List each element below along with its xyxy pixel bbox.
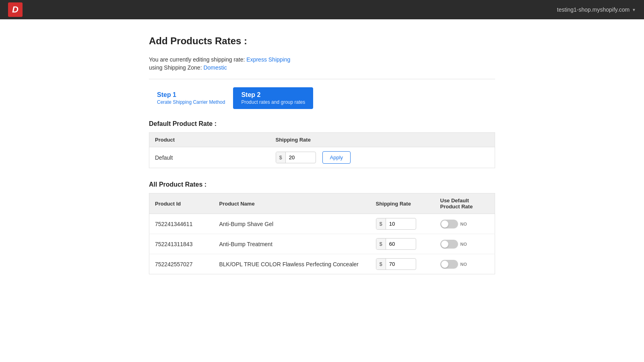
- step-1-tab[interactable]: Step 1 Cerate Shipping Carrier Method: [149, 87, 233, 109]
- product-rate-cell: $: [370, 214, 435, 234]
- col-product-id: Product Id: [149, 193, 214, 214]
- step-1-sub: Cerate Shipping Carrier Method: [157, 99, 225, 105]
- top-nav: D testing1-shop.myshopify.com ▼: [0, 0, 644, 19]
- default-col-product: Product: [149, 133, 270, 147]
- product-rate-input-wrap: $: [376, 218, 416, 230]
- use-default-cell: NO: [435, 234, 495, 254]
- product-rate-input[interactable]: [386, 239, 410, 249]
- subtitle-text-2: using Shipping Zone:: [149, 64, 202, 71]
- shipping-zone-link[interactable]: Domestic: [203, 64, 227, 71]
- toggle-no-label: NO: [460, 242, 467, 247]
- product-currency-symbol: $: [376, 218, 386, 229]
- logo-letter: D: [12, 4, 19, 15]
- col-product-name: Product Name: [214, 193, 370, 214]
- shipping-rate-link[interactable]: Express Shipping: [246, 56, 290, 63]
- step-2-sub: Product rates and group rates: [241, 99, 305, 105]
- use-default-cell: NO: [435, 214, 495, 234]
- toggle-no-label: NO: [460, 262, 467, 267]
- default-row-label: Default: [149, 147, 270, 168]
- subtitle-line-2: using Shipping Zone: Domestic: [149, 64, 495, 71]
- all-product-rates-title: All Product Rates :: [149, 181, 495, 188]
- use-default-cell: NO: [435, 254, 495, 274]
- default-rate-cell: $ Apply: [270, 147, 495, 168]
- shop-name-text: testing1-shop.myshopify.com: [557, 6, 630, 13]
- use-default-toggle[interactable]: [440, 260, 458, 269]
- product-name-cell: Anti-Bump Shave Gel: [214, 214, 370, 234]
- product-row: 752242557027 BLK/OPL TRUE COLOR Flawless…: [149, 254, 495, 274]
- default-rate-row: Default $ Apply: [149, 147, 495, 168]
- all-product-rates-table: Product Id Product Name Shipping Rate Us…: [149, 193, 495, 274]
- step-1-label: Step 1: [157, 91, 225, 99]
- steps-row: Step 1 Cerate Shipping Carrier Method St…: [149, 87, 495, 109]
- product-name-cell: Anti-Bump Treatment: [214, 234, 370, 254]
- toggle-knob: [441, 261, 448, 268]
- toggle-knob: [441, 220, 448, 228]
- product-rate-cell: $: [370, 254, 435, 274]
- product-name-cell: BLK/OPL TRUE COLOR Flawless Perfecting C…: [214, 254, 370, 274]
- product-currency-symbol: $: [376, 239, 386, 249]
- use-default-toggle[interactable]: [440, 240, 458, 249]
- product-rate-input-wrap: $: [376, 238, 416, 250]
- product-row: 752241344611 Anti-Bump Shave Gel $ NO: [149, 214, 495, 234]
- toggle-wrap: NO: [440, 260, 489, 269]
- toggle-wrap: NO: [440, 240, 489, 249]
- default-rate-input[interactable]: [286, 152, 310, 163]
- shop-name-display[interactable]: testing1-shop.myshopify.com ▼: [557, 6, 636, 13]
- subtitle-text-1: You are currently editing shipping rate:: [149, 56, 245, 63]
- product-id-cell: 752241344611: [149, 214, 214, 234]
- product-row: 752241311843 Anti-Bump Treatment $ NO: [149, 234, 495, 254]
- divider: [149, 79, 495, 79]
- logo: D: [8, 2, 23, 17]
- default-rate-section: Default Product Rate : Product Shipping …: [149, 120, 495, 168]
- product-rate-input[interactable]: [386, 259, 410, 269]
- apply-button[interactable]: Apply: [322, 151, 351, 164]
- step-2-tab[interactable]: Step 2 Product rates and group rates: [233, 87, 313, 109]
- product-id-cell: 752241311843: [149, 234, 214, 254]
- default-rate-title: Default Product Rate :: [149, 120, 495, 128]
- main-content: Add Products Rates : You are currently e…: [141, 19, 503, 290]
- product-id-cell: 752242557027: [149, 254, 214, 274]
- page-title: Add Products Rates :: [149, 35, 495, 47]
- product-rate-input[interactable]: [386, 218, 410, 229]
- toggle-knob: [441, 241, 448, 248]
- all-product-rates-section: All Product Rates : Product Id Product N…: [149, 181, 495, 274]
- product-rate-input-wrap: $: [376, 258, 416, 270]
- step-2-label: Step 2: [241, 91, 305, 99]
- default-rate-input-wrap: $: [276, 152, 316, 163]
- col-use-default: Use Default Product Rate: [435, 193, 495, 214]
- shop-caret-icon: ▼: [632, 8, 636, 12]
- product-rate-cell: $: [370, 234, 435, 254]
- toggle-wrap: NO: [440, 220, 489, 228]
- default-rate-table: Product Shipping Rate Default $ Apply: [149, 132, 495, 168]
- subtitle-line-1: You are currently editing shipping rate:…: [149, 56, 495, 63]
- use-default-toggle[interactable]: [440, 220, 458, 228]
- default-currency-symbol: $: [276, 152, 286, 163]
- product-currency-symbol: $: [376, 259, 386, 269]
- toggle-no-label: NO: [460, 222, 467, 226]
- default-col-shipping-rate: Shipping Rate: [270, 133, 495, 147]
- col-shipping-rate: Shipping Rate: [370, 193, 435, 214]
